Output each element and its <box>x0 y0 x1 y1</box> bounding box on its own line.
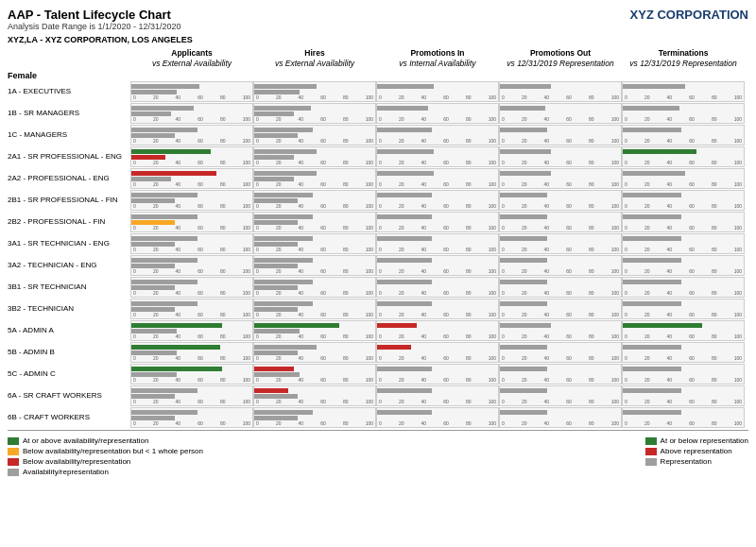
chart-cell: 020406080100 <box>499 385 622 406</box>
chart-cell: 020406080100 <box>253 212 376 232</box>
bar-bottom <box>254 416 298 420</box>
bar-top <box>500 258 547 263</box>
legend-item: At or above availability/representation <box>8 436 203 445</box>
chart-cell: 020406080100 <box>130 407 253 428</box>
bar-bottom <box>131 350 177 355</box>
bar-top <box>623 149 696 154</box>
legend-box <box>645 448 657 455</box>
bar-top <box>377 106 428 111</box>
row-charts: 0204060801000204060801000204060801000204… <box>130 407 745 428</box>
chart-cell: 020406080100 <box>622 299 745 319</box>
chart-cell: 020406080100 <box>376 320 499 341</box>
bar-top <box>254 236 313 241</box>
bar-top <box>254 345 317 350</box>
chart-cell: 020406080100 <box>499 212 622 232</box>
bar-top <box>254 171 317 176</box>
chart-cell: 020406080100 <box>253 103 376 124</box>
chart-cell: 020406080100 <box>130 168 253 189</box>
chart-cell: 020406080100 <box>376 364 499 385</box>
legend-box <box>8 469 19 476</box>
section-label: Female <box>8 71 748 80</box>
bar-top <box>623 345 681 350</box>
chart-cell: 020406080100 <box>499 320 622 341</box>
chart-cell: 020406080100 <box>253 255 376 276</box>
table-row: 1A - EXECUTIVES0204060801000204060801000… <box>8 81 748 102</box>
bar-top <box>254 258 313 263</box>
bar-top <box>623 258 681 263</box>
bar-bottom <box>254 285 298 290</box>
row-charts: 0204060801000204060801000204060801000204… <box>130 299 745 319</box>
bar-bottom <box>131 133 175 138</box>
row-label: 3A2 - TECHNICIAN - ENG <box>8 261 130 270</box>
bar-top <box>377 388 432 393</box>
chart-cell: 020406080100 <box>622 255 745 276</box>
bar-top <box>131 84 199 89</box>
bar-top <box>254 301 313 306</box>
row-charts: 0204060801000204060801000204060801000204… <box>130 125 745 145</box>
row-charts: 0204060801000204060801000204060801000204… <box>130 277 745 298</box>
bar-bottom <box>131 307 175 312</box>
chart-cell: 020406080100 <box>622 364 745 385</box>
chart-cell: 020406080100 <box>130 81 253 102</box>
chart-cell: 020406080100 <box>622 233 745 254</box>
chart-cell: 020406080100 <box>130 385 253 406</box>
row-charts: 0204060801000204060801000204060801000204… <box>130 103 745 124</box>
row-label: 5B - ADMIN B <box>8 348 130 357</box>
bar-top <box>254 128 313 132</box>
row-charts: 0204060801000204060801000204060801000204… <box>130 233 745 254</box>
chart-cell: 020406080100 <box>253 168 376 189</box>
chart-cell: 020406080100 <box>253 407 376 428</box>
row-charts: 0204060801000204060801000204060801000204… <box>130 146 745 167</box>
bar-top <box>623 171 685 176</box>
chart-cell: 020406080100 <box>376 103 499 124</box>
page-header: AAP - Talent Lifecycle Chart Analysis Da… <box>8 8 748 31</box>
chart-cell: 020406080100 <box>622 212 745 232</box>
chart-cell: 020406080100 <box>253 364 376 385</box>
bar-top <box>377 280 432 284</box>
chart-cell: 020406080100 <box>376 407 499 428</box>
bar-top <box>254 410 313 415</box>
chart-cell: 020406080100 <box>253 299 376 319</box>
chart-cell: 020406080100 <box>376 168 499 189</box>
chart-cell: 020406080100 <box>622 385 745 406</box>
bar-top <box>623 236 681 241</box>
row-charts: 0204060801000204060801000204060801000204… <box>130 385 745 406</box>
bar-top <box>623 193 681 197</box>
chart-cell: 020406080100 <box>376 146 499 167</box>
row-charts: 0204060801000204060801000204060801000204… <box>130 364 745 385</box>
chart-cell: 020406080100 <box>376 212 499 232</box>
bar-top <box>131 410 198 415</box>
chart-cell: 020406080100 <box>499 277 622 298</box>
chart-cell: 020406080100 <box>622 342 745 363</box>
bar-top <box>500 236 547 241</box>
bar-bottom <box>131 242 175 247</box>
chart-cell: 020406080100 <box>499 125 622 145</box>
chart-cell: 020406080100 <box>130 125 253 145</box>
bar-top <box>377 193 432 197</box>
bar-top <box>623 84 685 89</box>
bar-bottom <box>254 307 298 312</box>
legend-label: Availability/representation <box>23 468 109 476</box>
bar-top <box>500 345 547 350</box>
table-row: 2A2 - PROFESSIONAL - ENG0204060801000204… <box>8 168 748 189</box>
table-row: 2A1 - SR PROFESSIONAL - ENG0204060801000… <box>8 146 748 167</box>
bar-top <box>254 214 313 219</box>
legend-box <box>8 458 19 466</box>
bar-top <box>500 301 547 306</box>
bar-top <box>623 214 681 219</box>
chart-cell: 020406080100 <box>253 320 376 341</box>
row-charts: 0204060801000204060801000204060801000204… <box>130 212 745 232</box>
chart-cell: 020406080100 <box>130 190 253 211</box>
bar-top <box>131 280 198 284</box>
col-header-3: Promotions Outvs 12/31/2019 Representati… <box>499 48 622 69</box>
chart-cell: 020406080100 <box>130 342 253 363</box>
legend-box <box>8 448 19 455</box>
chart-cell: 020406080100 <box>130 277 253 298</box>
chart-cell: 020406080100 <box>253 233 376 254</box>
row-charts: 0204060801000204060801000204060801000204… <box>130 81 745 102</box>
chart-cell: 020406080100 <box>130 146 253 167</box>
table-row: 3B1 - SR TECHNICIAN020406080100020406080… <box>8 277 748 298</box>
chart-cell: 020406080100 <box>253 190 376 211</box>
col-header-4: Terminationsvs 12/31/2019 Representation <box>622 48 745 69</box>
chart-cell: 020406080100 <box>253 146 376 167</box>
